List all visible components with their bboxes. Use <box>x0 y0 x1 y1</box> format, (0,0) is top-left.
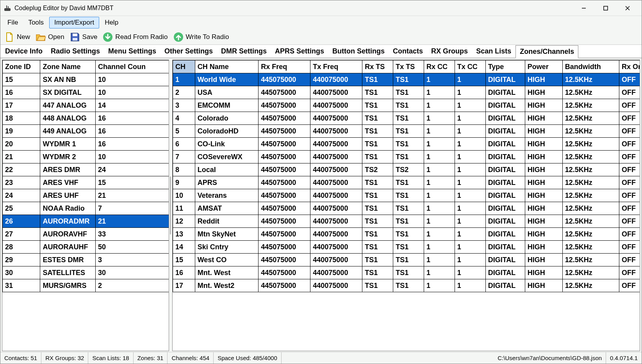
channel-header-txts[interactable]: Tx TS <box>393 60 424 73</box>
channel-cell-tx[interactable]: 440075000 <box>310 202 362 215</box>
channel-cell-txts[interactable]: TS1 <box>393 138 424 151</box>
channel-cell-power[interactable]: HIGH <box>525 138 562 151</box>
channel-cell-power[interactable]: HIGH <box>525 279 562 292</box>
zone-cell-count[interactable]: 14 <box>95 99 169 112</box>
channel-cell-name[interactable]: USA <box>195 86 259 99</box>
channel-cell-ch[interactable]: 5 <box>173 125 195 138</box>
channel-cell-name[interactable]: CO-Link <box>195 138 259 151</box>
channel-cell-power[interactable]: HIGH <box>525 254 562 266</box>
zone-header-count[interactable]: Channel Coun <box>95 60 169 73</box>
channel-cell-txts[interactable]: TS1 <box>393 125 424 138</box>
channel-cell-name[interactable]: AMSAT <box>195 202 259 215</box>
channel-cell-rxonly[interactable]: OFF <box>619 228 640 241</box>
channel-cell-rxts[interactable]: TS1 <box>362 86 393 99</box>
channel-cell-power[interactable]: HIGH <box>525 266 562 279</box>
zone-row[interactable]: 17447 ANALOG14 <box>3 99 169 112</box>
zone-cell-id[interactable]: 28 <box>3 241 40 254</box>
channel-cell-rxcc[interactable]: 1 <box>424 279 455 292</box>
channel-row[interactable]: 4Colorado445075000440075000TS1TS111DIGIT… <box>173 112 640 125</box>
zone-row[interactable]: 26AURORADMR21 <box>3 215 169 228</box>
zone-cell-count[interactable]: 10 <box>95 73 169 86</box>
zone-cell-count[interactable]: 10 <box>95 151 169 163</box>
channel-cell-name[interactable]: EMCOMM <box>195 99 259 112</box>
zone-row[interactable]: 24ARES UHF21 <box>3 189 169 202</box>
zone-cell-id[interactable]: 29 <box>3 254 40 266</box>
zone-table-scroll[interactable]: Zone ID Zone Name Channel Coun 15SX AN N… <box>2 60 169 351</box>
zone-cell-id[interactable]: 30 <box>3 266 40 279</box>
zone-row[interactable]: 23ARES VHF15 <box>3 176 169 189</box>
zone-cell-count[interactable]: 10 <box>95 86 169 99</box>
channel-cell-type[interactable]: DIGITAL <box>485 202 525 215</box>
channel-header-type[interactable]: Type <box>485 60 525 73</box>
zone-cell-id[interactable]: 27 <box>3 228 40 241</box>
channel-cell-txts[interactable]: TS2 <box>393 163 424 176</box>
channel-row[interactable]: 3EMCOMM445075000440075000TS1TS111DIGITAL… <box>173 99 640 112</box>
zone-header-name[interactable]: Zone Name <box>40 60 96 73</box>
channel-cell-rxcc[interactable]: 1 <box>424 151 455 163</box>
channel-cell-rx[interactable]: 445075000 <box>259 163 310 176</box>
minimize-button[interactable] <box>573 1 595 16</box>
channel-cell-bw[interactable]: 12.5KHz <box>562 228 619 241</box>
channel-cell-power[interactable]: HIGH <box>525 99 562 112</box>
channel-cell-rxts[interactable]: TS1 <box>362 266 393 279</box>
channel-table-scroll[interactable]: CH CH Name Rx Freq Tx Freq Rx TS Tx TS R… <box>173 60 640 351</box>
channel-cell-type[interactable]: DIGITAL <box>485 215 525 228</box>
channel-cell-rxcc[interactable]: 1 <box>424 163 455 176</box>
channel-cell-name[interactable]: Ski Cntry <box>195 241 259 254</box>
channel-row[interactable]: 12Reddit445075000440075000TS1TS111DIGITA… <box>173 215 640 228</box>
maximize-button[interactable] <box>595 1 617 16</box>
channel-cell-bw[interactable]: 12.5KHz <box>562 151 619 163</box>
zone-row[interactable]: 22ARES DMR24 <box>3 163 169 176</box>
channel-cell-rx[interactable]: 445075000 <box>259 73 310 86</box>
channel-cell-tx[interactable]: 440075000 <box>310 189 362 202</box>
tab-aprs-settings[interactable]: APRS Settings <box>271 45 328 58</box>
channel-header-rxfreq[interactable]: Rx Freq <box>259 60 310 73</box>
zone-row[interactable]: 28AURORAUHF50 <box>3 241 169 254</box>
channel-cell-rx[interactable]: 445075000 <box>259 86 310 99</box>
tab-other-settings[interactable]: Other Settings <box>160 45 217 58</box>
channel-cell-txts[interactable]: TS1 <box>393 73 424 86</box>
channel-cell-rxts[interactable]: TS1 <box>362 73 393 86</box>
channel-cell-rxts[interactable]: TS1 <box>362 279 393 292</box>
channel-row[interactable]: 14Ski Cntry445075000440075000TS1TS111DIG… <box>173 241 640 254</box>
zone-cell-count[interactable]: 24 <box>95 163 169 176</box>
channel-cell-txcc[interactable]: 1 <box>455 112 485 125</box>
channel-cell-power[interactable]: HIGH <box>525 202 562 215</box>
channel-cell-rx[interactable]: 445075000 <box>259 189 310 202</box>
channel-cell-rxonly[interactable]: OFF <box>619 279 640 292</box>
channel-cell-rxts[interactable]: TS1 <box>362 189 393 202</box>
channel-cell-name[interactable]: Veterans <box>195 189 259 202</box>
write-to-radio-button[interactable]: Write To Radio <box>173 32 229 42</box>
menu-import-export[interactable]: Import/Export <box>49 17 99 28</box>
channel-cell-tx[interactable]: 440075000 <box>310 125 362 138</box>
channel-cell-rxcc[interactable]: 1 <box>424 228 455 241</box>
menu-file[interactable]: File <box>3 17 23 28</box>
zone-cell-count[interactable]: 33 <box>95 228 169 241</box>
zone-cell-name[interactable]: SX AN NB <box>40 73 96 86</box>
channel-cell-bw[interactable]: 12.5KHz <box>562 254 619 266</box>
zone-row[interactable]: 27AURORAVHF33 <box>3 228 169 241</box>
channel-cell-txts[interactable]: TS1 <box>393 86 424 99</box>
zone-cell-id[interactable]: 31 <box>3 279 40 292</box>
channel-cell-name[interactable]: APRS <box>195 176 259 189</box>
channel-cell-name[interactable]: Mnt. West <box>195 266 259 279</box>
channel-cell-txts[interactable]: TS1 <box>393 215 424 228</box>
channel-cell-ch[interactable]: 15 <box>173 254 195 266</box>
channel-cell-tx[interactable]: 440075000 <box>310 151 362 163</box>
channel-cell-ch[interactable]: 1 <box>173 73 195 86</box>
channel-cell-power[interactable]: HIGH <box>525 241 562 254</box>
channel-cell-type[interactable]: DIGITAL <box>485 241 525 254</box>
channel-cell-type[interactable]: DIGITAL <box>485 176 525 189</box>
zone-row[interactable]: 15SX AN NB10 <box>3 73 169 86</box>
channel-cell-txts[interactable]: TS1 <box>393 112 424 125</box>
zone-cell-name[interactable]: MURS/GMRS <box>40 279 96 292</box>
channel-cell-type[interactable]: DIGITAL <box>485 99 525 112</box>
channel-cell-type[interactable]: DIGITAL <box>485 125 525 138</box>
channel-cell-txts[interactable]: TS1 <box>393 279 424 292</box>
channel-row[interactable]: 6CO-Link445075000440075000TS1TS111DIGITA… <box>173 138 640 151</box>
zone-cell-id[interactable]: 22 <box>3 163 40 176</box>
channel-cell-rxonly[interactable]: OFF <box>619 112 640 125</box>
channel-row[interactable]: 15West CO445075000440075000TS1TS111DIGIT… <box>173 254 640 266</box>
channel-cell-txcc[interactable]: 1 <box>455 279 485 292</box>
channel-cell-tx[interactable]: 440075000 <box>310 112 362 125</box>
